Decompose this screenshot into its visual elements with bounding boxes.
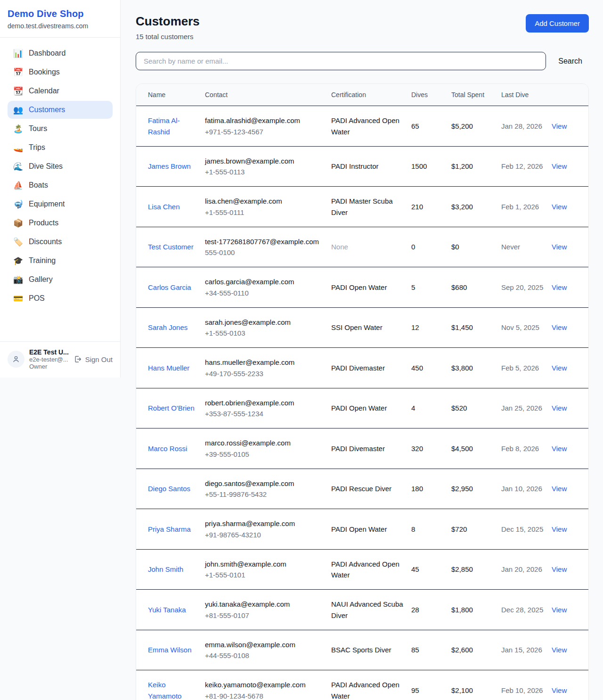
add-customer-button[interactable]: Add Customer bbox=[526, 14, 589, 33]
customer-name-link[interactable]: Carlos Garcia bbox=[148, 283, 191, 291]
customer-name-link[interactable]: Sarah Jones bbox=[148, 323, 187, 331]
table-row: Hans Muellerhans.mueller@example.com+49-… bbox=[136, 348, 588, 388]
view-customer-link[interactable]: View bbox=[552, 525, 567, 533]
sidebar-item-trips[interactable]: 🚤Trips bbox=[8, 139, 113, 156]
view-customer-link[interactable]: View bbox=[552, 686, 567, 694]
search-button[interactable]: Search bbox=[558, 57, 582, 66]
table-header-row: Name Contact Certification Dives Total S… bbox=[136, 84, 588, 106]
customer-email: lisa.chen@example.com bbox=[205, 196, 325, 206]
page-header-text: Customers 15 total customers bbox=[136, 14, 200, 41]
customer-total-spent: $520 bbox=[451, 404, 467, 412]
sign-out-button[interactable]: Sign Out bbox=[73, 355, 113, 363]
col-header-dives: Dives bbox=[411, 84, 451, 106]
bar-chart-icon: 📊 bbox=[13, 49, 23, 58]
view-customer-link[interactable]: View bbox=[552, 243, 567, 251]
customer-dives: 210 bbox=[411, 203, 423, 211]
table-row: Carlos Garciacarlos.garcia@example.com+3… bbox=[136, 267, 588, 308]
sidebar-item-bookings[interactable]: 📅Bookings bbox=[8, 63, 113, 81]
view-customer-link[interactable]: View bbox=[552, 364, 567, 372]
sidebar-item-customers[interactable]: 👥Customers bbox=[8, 101, 113, 119]
tear-off-calendar-icon: 📆 bbox=[13, 87, 23, 95]
customer-name-link[interactable]: Hans Mueller bbox=[148, 364, 189, 372]
sidebar-item-label: Training bbox=[29, 256, 56, 265]
view-customer-link[interactable]: View bbox=[552, 485, 567, 493]
customer-dives: 95 bbox=[411, 686, 419, 694]
customer-certification: PADI Divemaster bbox=[331, 364, 385, 372]
customer-phone: +971-55-123-4567 bbox=[205, 126, 325, 137]
customer-last-dive: Feb 8, 2026 bbox=[501, 445, 539, 453]
customer-dives: 85 bbox=[411, 646, 419, 654]
view-customer-link[interactable]: View bbox=[552, 565, 567, 573]
view-customer-link[interactable]: View bbox=[552, 203, 567, 211]
customer-name-link[interactable]: Priya Sharma bbox=[148, 525, 191, 533]
customer-total-spent: $2,950 bbox=[451, 485, 473, 493]
customer-name-link[interactable]: Keiko Yamamoto bbox=[148, 681, 181, 700]
customer-phone: +44-555-0108 bbox=[205, 650, 325, 661]
customer-email: emma.wilson@example.com bbox=[205, 639, 325, 650]
sidebar-item-dive-sites[interactable]: 🌊Dive Sites bbox=[8, 157, 113, 175]
sign-out-label: Sign Out bbox=[85, 355, 113, 363]
sidebar-item-products[interactable]: 📦Products bbox=[8, 214, 113, 232]
table-row: James Brownjames.brown@example.com+1-555… bbox=[136, 146, 588, 187]
sidebar-item-label: Gallery bbox=[29, 275, 53, 284]
view-customer-link[interactable]: View bbox=[552, 404, 567, 412]
table-row: Yuki Tanakayuki.tanaka@example.com+81-55… bbox=[136, 590, 588, 630]
customer-phone: +39-555-0105 bbox=[205, 449, 325, 460]
customer-name-link[interactable]: Diego Santos bbox=[148, 485, 190, 493]
user-email: e2e-tester@... bbox=[29, 356, 69, 363]
sidebar-item-tours[interactable]: 🏝️Tours bbox=[8, 120, 113, 138]
customer-name-link[interactable]: Yuki Tanaka bbox=[148, 606, 186, 614]
customer-certification: SSI Open Water bbox=[331, 323, 383, 331]
sidebar-item-equipment[interactable]: 🤿Equipment bbox=[8, 195, 113, 213]
customer-name-link[interactable]: Fatima Al-Rashid bbox=[148, 116, 180, 135]
sidebar-item-gallery[interactable]: 📸Gallery bbox=[8, 271, 113, 288]
customer-email: james.brown@example.com bbox=[205, 156, 325, 166]
sidebar-item-discounts[interactable]: 🏷️Discounts bbox=[8, 233, 113, 251]
sidebar-item-training[interactable]: 🎓Training bbox=[8, 252, 113, 270]
table-row: Robert O'Brienrobert.obrien@example.com+… bbox=[136, 388, 588, 428]
view-customer-link[interactable]: View bbox=[552, 122, 567, 130]
customer-phone: +91-98765-43210 bbox=[205, 529, 325, 540]
customer-name-link[interactable]: Lisa Chen bbox=[148, 203, 180, 211]
customer-email: fatima.alrashid@example.com bbox=[205, 115, 325, 126]
table-row: Diego Santosdiego.santos@example.com+55-… bbox=[136, 469, 588, 509]
sidebar-item-boats[interactable]: ⛵Boats bbox=[8, 176, 113, 194]
customer-total-spent: $1,450 bbox=[451, 323, 473, 331]
sidebar-item-label: Dive Sites bbox=[29, 162, 63, 171]
table-row: Sarah Jonessarah.jones@example.com+1-555… bbox=[136, 307, 588, 348]
search-input[interactable] bbox=[136, 52, 546, 70]
customer-last-dive: Never bbox=[501, 243, 520, 251]
customer-certification: PADI Advanced Open Water bbox=[331, 681, 399, 700]
table-row: Test Customertest-1772681807767@example.… bbox=[136, 227, 588, 267]
customer-name-link[interactable]: James Brown bbox=[148, 162, 191, 170]
sidebar-item-pos[interactable]: 💳POS bbox=[8, 289, 113, 307]
table-row: Priya Sharmapriya.sharma@example.com+91-… bbox=[136, 509, 588, 550]
sidebar-item-label: Boats bbox=[29, 181, 48, 189]
customer-dives: 180 bbox=[411, 485, 423, 493]
customer-phone: +1-555-0101 bbox=[205, 569, 325, 580]
view-customer-link[interactable]: View bbox=[552, 646, 567, 654]
customer-name-link[interactable]: Test Customer bbox=[148, 243, 194, 251]
customer-name-link[interactable]: Robert O'Brien bbox=[148, 404, 195, 412]
customer-total-spent: $2,600 bbox=[451, 646, 473, 654]
sidebar-item-calendar[interactable]: 📆Calendar bbox=[8, 82, 113, 100]
search-row: Search bbox=[136, 52, 589, 70]
page-title: Customers bbox=[136, 14, 200, 29]
avatar bbox=[8, 351, 24, 368]
customer-name-link[interactable]: Emma Wilson bbox=[148, 646, 192, 654]
speedboat-icon: 🚤 bbox=[13, 144, 23, 152]
customer-email: diego.santos@example.com bbox=[205, 478, 325, 489]
customer-phone: +1-555-0103 bbox=[205, 328, 325, 338]
view-customer-link[interactable]: View bbox=[552, 606, 567, 614]
sidebar-item-dashboard[interactable]: 📊Dashboard bbox=[8, 44, 113, 62]
col-header-last-dive: Last Dive bbox=[501, 84, 552, 106]
view-customer-link[interactable]: View bbox=[552, 162, 567, 170]
customer-last-dive: Jan 15, 2026 bbox=[501, 646, 542, 654]
customer-name-link[interactable]: Marco Rossi bbox=[148, 445, 187, 453]
view-customer-link[interactable]: View bbox=[552, 323, 567, 331]
view-customer-link[interactable]: View bbox=[552, 283, 567, 291]
view-customer-link[interactable]: View bbox=[552, 445, 567, 453]
customer-last-dive: Feb 5, 2026 bbox=[501, 364, 539, 372]
customer-last-dive: Dec 15, 2025 bbox=[501, 525, 543, 533]
customer-name-link[interactable]: John Smith bbox=[148, 565, 183, 573]
